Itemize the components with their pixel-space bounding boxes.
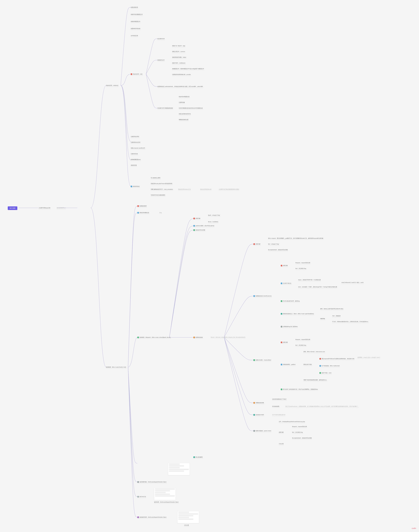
badge: 1	[137, 205, 139, 207]
leaf: 参数详解	[279, 432, 284, 434]
edge-label: 初始化应用的增middl	[200, 189, 211, 191]
leaf: 文件：thinkphp/library/think/route/RuleGrou…	[279, 421, 305, 423]
node-p2c: 3对URL地址进行处理，返回blog	[281, 300, 300, 302]
leaf: $url：string(4) "blog"	[268, 243, 279, 245]
node-initialize: 初始化应用：initialize()	[106, 85, 118, 87]
node-init: 1初始化应用：init()	[131, 73, 143, 75]
leaf: 注册带有缀	[179, 102, 185, 104]
node-set-op-dir: 设定操作目录	[157, 38, 165, 40]
thumbnail	[177, 511, 199, 523]
thumbnail	[154, 488, 176, 500]
leaf: 加载特殊配置文件	[131, 21, 141, 23]
edge-label: blog	[159, 212, 162, 214]
node-p3c: 3因为在第二步时候返回为空，所以不会走判断博运，直接返回false	[281, 388, 318, 391]
node-p2a: 1参数详解	[281, 265, 288, 267]
leaf: 等候设等均含生成路由规则	[151, 194, 165, 196]
leaf: 清除请求缓	[131, 164, 137, 167]
label: 路由的初始()	[133, 186, 140, 187]
leaf: $completeMatch：路由是否完全匹配	[268, 249, 288, 251]
edge-label: 从容器中执打数是告配置项和外设置的	[219, 189, 239, 191]
node-check-cache: 1检测路由缓存	[137, 205, 147, 207]
node-check-urlbind: 3检测URL绑定：checkUrlBind	[253, 359, 271, 361]
leaf: 返回结果：think\route\dispatch\Module Object	[154, 501, 179, 504]
node-domain-check: 4检测域名路由	[193, 337, 203, 339]
leaf: 全件体设定项	[131, 35, 138, 37]
leaf: 注册异常处理类	[131, 136, 139, 138]
leaf: strstr("helloworld","world")?> 输出：world	[341, 282, 364, 284]
node-route-init: 2路由的初始()	[131, 186, 140, 188]
node-return-dispatch: 6返回调度对象：think\route\dispatch\Module Obje…	[137, 481, 167, 483]
node-p3b: 2读取路由绑定：getBind	[281, 364, 296, 366]
leaf: strstr：strstr返回一个指针，指向string2中第一个string1…	[298, 286, 337, 288]
thumbnail	[168, 463, 190, 475]
leaf: 加载当前增内的语言包	[179, 113, 191, 115]
leaf: 判断注解路由是否打开：route_annotation	[151, 189, 173, 191]
node-params-1: 1参数详解	[193, 218, 201, 220]
node-exec-init: 7执行init方法	[137, 496, 146, 498]
leaf: 分支太复	[184, 524, 189, 527]
leaf: 初始对加对配置信息	[179, 96, 190, 98]
leaf: 参数：$alias(上展开进处理过后的URL地址)	[320, 308, 344, 310]
leaf: 其路清单route.php中return填充返回到现	[151, 183, 172, 185]
node-p2b: 2定位两个标记位	[281, 283, 292, 285]
leaf: 加载系统助手函数：helper	[172, 56, 186, 59]
leaf: 参数：$this->domain：www.source.com	[303, 351, 325, 353]
leaf: 加载公用文件：common	[172, 51, 185, 53]
edge-label: $result = $domain->check($this->request,…	[211, 337, 246, 338]
leaf: 注册指类的容器对象实例：provider	[172, 74, 191, 76]
node-sub2: 2给子域名赋值：$this->subDomain	[319, 365, 340, 367]
node-complete-match: 3路由是否完全匹配	[193, 229, 205, 231]
badge-1: 1	[131, 73, 132, 75]
node-middleware: 5添加域名中间件	[253, 414, 264, 416]
leaf: 获取当前子域名	[303, 364, 312, 366]
leaf: 判断子域名时路由绑定规则：最终返回NULL	[303, 379, 327, 381]
edge-label: 关于中间件后期在进行讲	[272, 414, 285, 416]
leaf: 存在路由参数	[272, 406, 280, 408]
leaf: 没有词对参数则过下不执行	[272, 398, 287, 400]
node-p2d: 4获取指名路由定义：$item = $this->route->getAlias…	[281, 313, 314, 315]
node-p2e: 5以果路由blog为空 返回false	[281, 326, 298, 328]
leaf: $url：传过来的 blog	[292, 432, 303, 434]
leaf: 不为空：对$alias属性指令传次，从果存在该实例，不存在返回NULL	[332, 321, 369, 323]
leaf: 导入路由设上规则	[151, 177, 161, 179]
edge-label: 返回数据：array(1) {[0]=> string(3) "www"}	[357, 356, 380, 359]
leaf: 加载中间件：middleware	[172, 62, 186, 64]
node-multi-param: 4判断路由多参数	[253, 402, 264, 404]
node-set-module-path: 设置增加设定 setModulePath，并初始定的增件设计设置，其它route…	[157, 86, 203, 88]
leaf: 加载行为广展文件：tags	[172, 45, 185, 47]
badge: 2	[137, 212, 139, 214]
node-route-check3: 3路由检测：$dispatch = $this->route->check($p…	[137, 337, 171, 339]
node-update-config: 对容器中其它对配置参数更新	[157, 107, 173, 109]
leaf: 加载composer-autofile文件	[131, 147, 145, 150]
leaf: $path：string(4) "blog"	[208, 214, 220, 217]
leaf: 判断事物	[320, 318, 325, 320]
leaf: $must：bool(false)	[208, 221, 219, 223]
leaf: $request：request类的实例	[292, 426, 307, 428]
badge-2: 2	[131, 186, 132, 187]
leaf: $url：传过来的 blog	[295, 268, 306, 270]
leaf: $completeMatch：路由是否完全匹配	[292, 437, 312, 439]
leaf: strpos：查找某字符串中第一个出现的位置	[298, 279, 321, 281]
leaf: 注册类库别名	[131, 153, 138, 155]
node-sub3: 3返回子域名：www	[319, 372, 332, 374]
leaf: 注册特殊命名空间	[131, 141, 141, 144]
leaf: $this->request：通过容器魔术__get魔术方法，执行容器魔术的ma…	[268, 237, 324, 240]
root-node: 执行流程	[8, 206, 17, 210]
leaf: 加载配置文件：模块时配置文件可是config设置下的配置文件	[172, 68, 204, 70]
leaf: $url：传过来的 blog	[295, 344, 306, 347]
leaf: 增根据设展的位置	[179, 119, 189, 121]
watermark: csdn	[412, 527, 416, 529]
node-app-instance: 从容器中获取app实例	[39, 207, 51, 209]
node-pathinfo: 2pathinfo分隔符：把url中的(.)改为(/)	[193, 225, 214, 227]
badge: 3	[137, 337, 139, 338]
leaf: 对启对对配置信息包括对应合并对等配置信息	[179, 107, 203, 109]
leaf: $request：request类的实例	[295, 262, 310, 264]
node-p1: 1参数详解	[253, 243, 261, 245]
leaf: 检测难题配置(dev)	[131, 159, 141, 161]
node-route-check: 路由检测：$this->routeCheck()->init()	[106, 366, 126, 368]
edge-label-run: 执行应用程序run	[57, 207, 66, 209]
node-route-result: 8路由返回结果：think\route\dispatch\Module Obje…	[137, 516, 167, 518]
node-check-route-use: 2检测路由信息 checkRouteUse	[253, 295, 272, 297]
node-default-parse: 5默认路由解析	[193, 456, 203, 458]
leaf: 分支太复	[279, 443, 284, 445]
